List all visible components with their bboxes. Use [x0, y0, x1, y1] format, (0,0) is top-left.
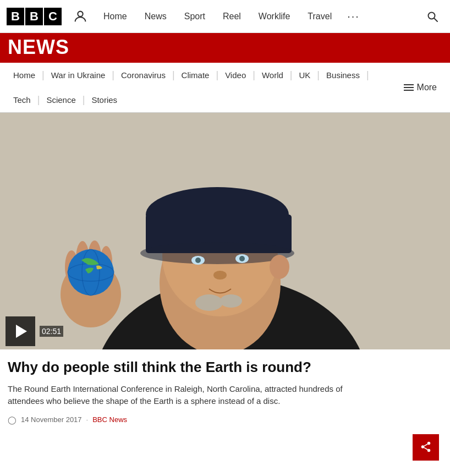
sec-nav-coronavirus[interactable]: Coronavirus	[116, 63, 171, 87]
clock-icon: ◯	[8, 415, 17, 424]
more-label: More	[417, 83, 437, 92]
video-overlay[interactable]: 02:51	[0, 313, 69, 349]
svg-point-0	[78, 11, 83, 16]
top-navigation: B B C Home News Sport Reel Worklife Trav…	[0, 0, 450, 33]
main-nav-links: Home News Sport Reel Worklife Travel ···	[95, 0, 421, 33]
nav-news[interactable]: News	[136, 0, 175, 33]
nav-home[interactable]: Home	[95, 0, 136, 33]
sec-nav-tech[interactable]: Tech	[8, 87, 36, 112]
bbc-box-b2: B	[25, 8, 43, 25]
bbc-box-b1: B	[7, 8, 24, 25]
sec-nav-home[interactable]: Home	[8, 63, 41, 87]
user-account-icon[interactable]	[70, 7, 90, 26]
play-button[interactable]	[6, 316, 35, 346]
sec-nav-stories[interactable]: Stories	[86, 87, 123, 112]
play-triangle-icon	[16, 325, 27, 338]
sec-nav-climate[interactable]: Climate	[176, 63, 215, 87]
bbc-box-c: C	[44, 8, 62, 25]
secondary-navigation: Home | War in Ukraine | Coronavirus | Cl…	[0, 63, 450, 113]
nav-more-dots[interactable]: ···	[341, 10, 366, 23]
sec-nav-ukraine[interactable]: War in Ukraine	[46, 63, 111, 87]
svg-point-25	[195, 294, 223, 311]
bbc-logo[interactable]: B B C	[7, 8, 62, 25]
svg-point-15	[270, 255, 289, 279]
sec-nav-world[interactable]: World	[256, 63, 289, 87]
secondary-nav-more-button[interactable]: More	[398, 75, 442, 100]
nav-travel[interactable]: Travel	[299, 0, 341, 33]
hamburger-icon	[404, 84, 414, 91]
sec-nav-business[interactable]: Business	[321, 63, 365, 87]
search-button[interactable]	[421, 6, 443, 28]
nav-reel[interactable]: Reel	[214, 0, 250, 33]
news-banner: NEWS	[0, 33, 450, 63]
svg-point-22	[68, 249, 114, 296]
article-summary: The Round Earth International Conference…	[8, 383, 360, 408]
meta-dot: ·	[86, 415, 89, 424]
article-title: Why do people still think the Earth is r…	[8, 358, 442, 376]
nav-worklife[interactable]: Worklife	[250, 0, 299, 33]
news-banner-title: NEWS	[8, 37, 442, 57]
article-meta: ◯ 14 November 2017 · BBC News	[8, 415, 442, 424]
share-button[interactable]	[413, 434, 439, 435]
svg-point-14	[239, 256, 245, 261]
sec-nav-uk[interactable]: UK	[294, 63, 316, 87]
sec-nav-science[interactable]: Science	[41, 87, 81, 112]
article-body: Why do people still think the Earth is r…	[0, 349, 450, 435]
sec-nav-video[interactable]: Video	[219, 63, 251, 87]
svg-point-26	[220, 294, 242, 308]
svg-line-2	[434, 18, 437, 21]
video-duration: 02:51	[40, 326, 63, 337]
svg-point-16	[213, 271, 227, 280]
hero-video-container[interactable]: 02:51	[0, 113, 450, 349]
svg-point-13	[195, 258, 201, 263]
article-date: 14 November 2017	[21, 415, 82, 424]
article-source[interactable]: BBC News	[92, 415, 127, 424]
nav-sport[interactable]: Sport	[175, 0, 214, 33]
secondary-nav-links: Home | War in Ukraine | Coronavirus | Cl…	[8, 63, 398, 112]
